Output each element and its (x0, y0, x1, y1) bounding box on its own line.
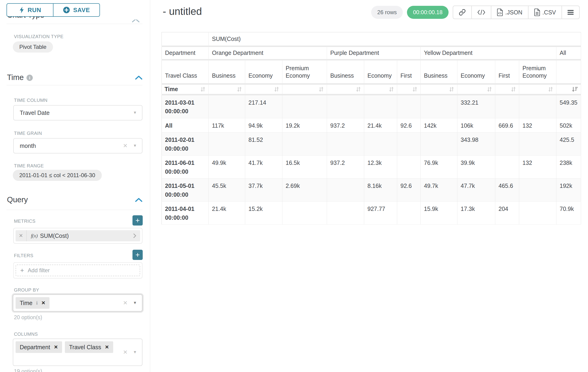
pivot-col-header: Economy (457, 60, 495, 84)
pivot-time-label: Time (165, 86, 178, 93)
chevron-down-icon: ▼ (133, 350, 137, 355)
pivot-cell: 465.6 (495, 179, 519, 202)
sort-toggle-icon[interactable] (548, 86, 553, 92)
view-query-button[interactable] (471, 6, 491, 19)
columns-options-hint: 19 option(s) (14, 368, 42, 372)
pivot-row: 2011-02-01 00:00:0081.52343.98425.5 (162, 133, 581, 156)
time-grain-select[interactable]: month ✕ ▼ (13, 138, 142, 153)
pivot-cell (519, 95, 556, 118)
pivot-cell (327, 202, 364, 225)
pivot-row-label: 2011-05-01 00:00:00 (162, 179, 209, 202)
pivot-rowdim-time: Time (162, 84, 209, 95)
clear-icon[interactable]: ✕ (123, 349, 128, 355)
add-filter-button[interactable]: + Add filter (16, 265, 140, 276)
clear-icon[interactable]: ✕ (123, 138, 128, 153)
pivot-colgroup-header: All (556, 46, 581, 60)
pivot-cell: 549.35 (556, 95, 581, 118)
chevron-right-icon[interactable] (132, 234, 136, 238)
sort-toggle-icon[interactable] (412, 86, 418, 92)
pivot-row-label: 2011-04-01 00:00:00 (162, 202, 209, 225)
metrics-label: METRICS (14, 219, 36, 224)
metric-pill[interactable]: ✕ f(x) SUM(Cost) (16, 230, 140, 241)
pivot-cell: 332.21 (457, 95, 495, 118)
pivot-cell: 47.7k (457, 179, 495, 202)
time-column-select[interactable]: Travel Date ▼ (13, 105, 142, 120)
export-csv-button[interactable]: .CSV (528, 6, 561, 19)
clipped-section-chevron (132, 20, 142, 22)
remove-tag-icon[interactable]: ✕ (41, 300, 46, 306)
pivot-cell (282, 133, 327, 156)
sort-toggle-icon[interactable] (449, 86, 454, 92)
pivot-cell (209, 95, 245, 118)
pivot-cell (364, 133, 397, 156)
time-range-pill[interactable]: 2011-01-01 ≤ col < 2011-06-30 (13, 170, 102, 181)
column-info-icon[interactable]: i (36, 300, 38, 306)
menu-button[interactable] (561, 6, 579, 19)
visualization-type-pill[interactable]: Pivot Table (13, 41, 53, 53)
visualization-type-label: VISUALIZATION TYPE (14, 34, 63, 39)
remove-tag-icon[interactable]: ✕ (105, 344, 109, 350)
group-by-select[interactable]: Time i ✕ ✕ ▼ (13, 294, 142, 312)
pivot-cell: 106k (457, 118, 495, 133)
columns-label: COLUMNS (14, 331, 38, 337)
sort-toggle-icon[interactable] (237, 86, 242, 92)
clear-icon[interactable]: ✕ (123, 300, 128, 306)
plus-icon: + (20, 267, 24, 274)
pivot-cell: 81.52 (245, 133, 282, 156)
sort-toggle-icon[interactable] (487, 86, 492, 92)
export-json-button[interactable]: .JSON (491, 6, 528, 19)
pivot-row: All117k94.9k19.2k937.221.4k92.6142k106k6… (162, 118, 581, 133)
sort-toggle-icon[interactable] (356, 86, 361, 92)
short-link-button[interactable] (453, 6, 471, 19)
pivot-cell: 92.6 (397, 118, 421, 133)
pivot-sort-cell (556, 84, 581, 95)
pivot-sort-cell (327, 84, 364, 95)
pivot-cell: 37.7k (245, 179, 282, 202)
info-icon[interactable]: i (27, 75, 33, 81)
pivot-cell (209, 133, 245, 156)
pivot-cell (364, 95, 397, 118)
pivot-row: 2011-05-01 00:00:0045.5k37.7k2.69k8.16k9… (162, 179, 581, 202)
metric-name: SUM(Cost) (40, 233, 69, 239)
export-button-group: .JSON .CSV (453, 6, 580, 19)
divider (7, 24, 142, 24)
pivot-cell: 937.2 (327, 156, 364, 179)
pivot-cell: 927.77 (364, 202, 397, 225)
sort-toggle-icon[interactable] (274, 86, 279, 92)
chevron-down-icon: ▼ (133, 138, 137, 153)
row-count-badge: 26 rows (371, 6, 403, 19)
pivot-cell: 132 (519, 118, 556, 133)
sort-toggle-icon[interactable] (388, 86, 394, 92)
pivot-row-label: 2011-03-01 00:00:00 (162, 95, 209, 118)
collapse-query-section-icon[interactable] (135, 198, 143, 203)
remove-tag-icon[interactable]: ✕ (54, 344, 58, 350)
add-metric-button[interactable]: + (133, 215, 143, 225)
pivot-cell: 92.6 (397, 179, 421, 202)
pivot-cell: 39.9k (457, 156, 495, 179)
pivot-cell: 425.5 (556, 133, 581, 156)
sort-desc-icon[interactable] (572, 86, 578, 92)
pivot-metric-header: SUM(Cost) (209, 32, 581, 46)
chart-title[interactable]: - untitled (163, 6, 202, 17)
sort-toggle-icon[interactable] (318, 86, 324, 92)
pivot-cell (519, 202, 556, 225)
time-column-label: TIME COLUMN (14, 98, 47, 103)
collapse-time-section-icon[interactable] (135, 75, 143, 81)
pivot-cell (397, 133, 421, 156)
run-button[interactable]: RUN (7, 3, 53, 17)
pivot-cell (519, 179, 556, 202)
pivot-cell (282, 202, 327, 225)
pivot-col-header: First (397, 60, 421, 84)
pivot-table-container: SUM(Cost)DepartmentOrange DepartmentPurp… (161, 32, 581, 225)
sort-toggle-icon[interactable] (200, 86, 206, 92)
chevron-down-icon: ▼ (133, 301, 137, 305)
columns-select[interactable]: Department ✕ Travel Class ✕ ✕ ▼ (13, 339, 142, 366)
pivot-sort-cell (495, 84, 519, 95)
add-filter-plus-button[interactable]: + (133, 250, 143, 260)
pivot-cell: 937.2 (327, 118, 364, 133)
save-button[interactable]: SAVE (53, 3, 100, 17)
hamburger-icon (567, 10, 574, 15)
formula-icon: f(x) (31, 233, 38, 239)
sort-toggle-icon[interactable] (511, 86, 516, 92)
remove-metric-icon[interactable]: ✕ (16, 230, 27, 241)
